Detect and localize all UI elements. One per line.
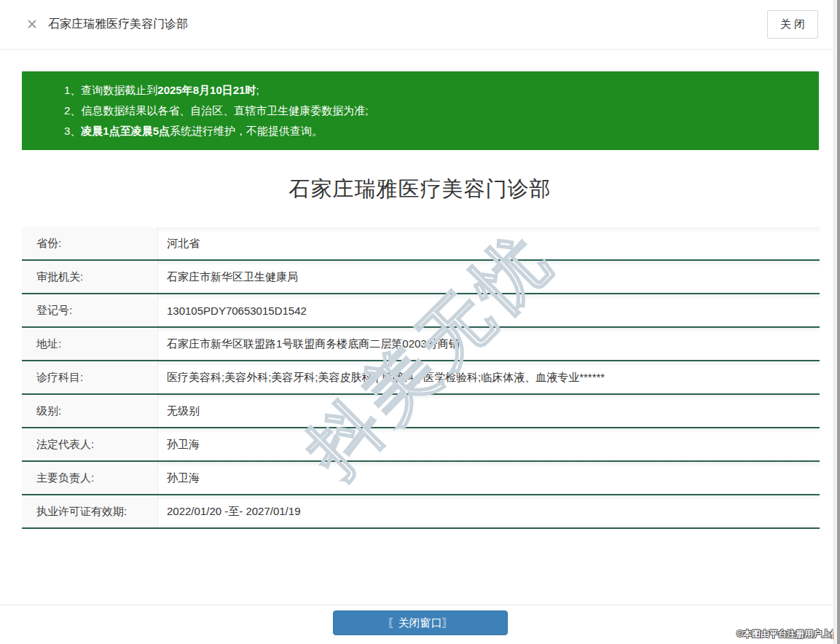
close-window-button[interactable]: 〖关闭窗口〗: [333, 610, 508, 635]
scrollbar-thumb[interactable]: [837, 0, 840, 644]
row-value: 河北省: [158, 227, 820, 259]
window-title: 石家庄瑞雅医疗美容门诊部: [48, 17, 188, 32]
footer-bar: 〖关闭窗口〗: [0, 605, 840, 644]
table-row-province: 省份: 河北省: [22, 227, 820, 261]
row-value: 孙卫海: [158, 462, 820, 494]
row-label: 审批机关:: [22, 261, 158, 293]
row-value: 医疗美容科;美容外科;美容牙科;美容皮肤科 | 麻醉科 | 医学检验科;临床体液…: [158, 361, 820, 393]
row-value: 2022/01/20 -至- 2027/01/19: [158, 495, 820, 527]
info-table: 省份: 河北省 审批机关: 石家庄市新华区卫生健康局 登记号: 130105PD…: [22, 227, 820, 529]
row-value: 孙卫海: [158, 428, 820, 460]
notice-line-1-bold: 2025年8月10日21时: [157, 84, 256, 96]
table-row-legal-representative: 法定代表人: 孙卫海: [22, 428, 820, 462]
row-value: 130105PDY70653015D1542: [158, 294, 820, 326]
row-label: 地址:: [22, 328, 158, 360]
notice-line-3: 3、凌晨1点至凌晨5点系统进行维护，不能提供查询。: [64, 121, 804, 141]
notice-line-3-bold: 凌晨1点至凌晨5点: [81, 125, 170, 137]
row-label: 主要负责人:: [22, 462, 158, 494]
notice-line-2: 2、信息数据结果以各省、自治区、直辖市卫生健康委数据为准;: [64, 101, 804, 121]
row-label: 省份:: [22, 227, 158, 259]
table-row-address: 地址: 石家庄市新华区联盟路1号联盟商务楼底商二层第0203号商铺: [22, 328, 820, 361]
row-label: 登记号:: [22, 294, 158, 326]
row-value: 石家庄市新华区卫生健康局: [158, 261, 820, 293]
row-value: 石家庄市新华区联盟路1号联盟商务楼底商二层第0203号商铺: [158, 328, 820, 360]
table-row-level: 级别: 无级别: [22, 395, 820, 428]
page-title: 石家庄瑞雅医疗美容门诊部: [0, 175, 840, 204]
row-label: 级别:: [22, 395, 158, 427]
table-row-person-in-charge: 主要负责人: 孙卫海: [22, 462, 820, 495]
notice-line-2-text: 2、信息数据结果以各省、自治区、直辖市卫生健康委数据为准;: [64, 104, 369, 117]
scrollbar-track[interactable]: [833, 0, 840, 644]
notice-line-1-text: 1、查询数据截止到: [64, 84, 157, 96]
notice-line-1: 1、查询数据截止到2025年8月10日21时;: [64, 80, 804, 101]
notice-line-3-tail: 系统进行维护，不能提供查询。: [170, 125, 323, 137]
close-x-icon[interactable]: ✕: [26, 17, 38, 31]
notice-line-3-text: 3、: [64, 125, 81, 137]
notice-box: 1、查询数据截止到2025年8月10日21时; 2、信息数据结果以各省、自治区、…: [22, 71, 819, 150]
corner-watermark: ©本图由平台注册用户上传: [737, 628, 839, 640]
table-row-medical-subjects: 诊疗科目: 医疗美容科;美容外科;美容牙科;美容皮肤科 | 麻醉科 | 医学检验…: [22, 361, 820, 395]
table-row-license-validity: 执业许可证有效期: 2022/01/20 -至- 2027/01/19: [22, 495, 820, 529]
header-bar: ✕ 石家庄瑞雅医疗美容门诊部 关 闭: [0, 0, 840, 50]
row-label: 诊疗科目:: [22, 361, 158, 393]
table-row-registration-number: 登记号: 130105PDY70653015D1542: [22, 294, 820, 328]
row-value: 无级别: [158, 395, 820, 427]
row-label: 法定代表人:: [22, 428, 158, 460]
notice-line-1-tail: ;: [256, 84, 259, 96]
close-button[interactable]: 关 闭: [767, 10, 818, 39]
table-row-approval-authority: 审批机关: 石家庄市新华区卫生健康局: [22, 261, 820, 294]
row-label: 执业许可证有效期:: [22, 495, 158, 527]
